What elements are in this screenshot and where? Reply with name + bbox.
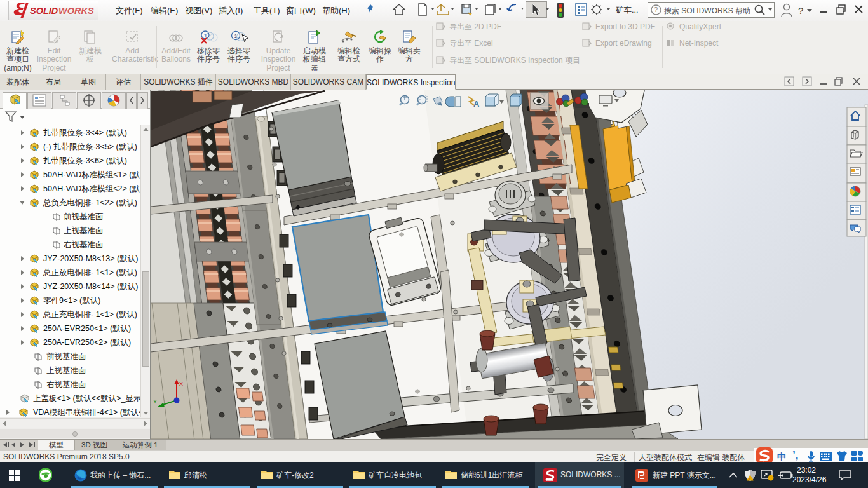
svg-text:WORKS: WORKS: [58, 6, 94, 16]
svg-text:A: A: [473, 99, 480, 109]
svg-text:2018: 2018: [546, 478, 553, 482]
svg-text:Y: Y: [153, 398, 157, 405]
svg-text:X: X: [179, 381, 183, 387]
svg-text:?: ?: [654, 6, 658, 13]
svg-text:!: !: [749, 477, 750, 481]
svg-text:SOLID: SOLID: [30, 6, 58, 16]
svg-text:1: 1: [172, 36, 175, 41]
